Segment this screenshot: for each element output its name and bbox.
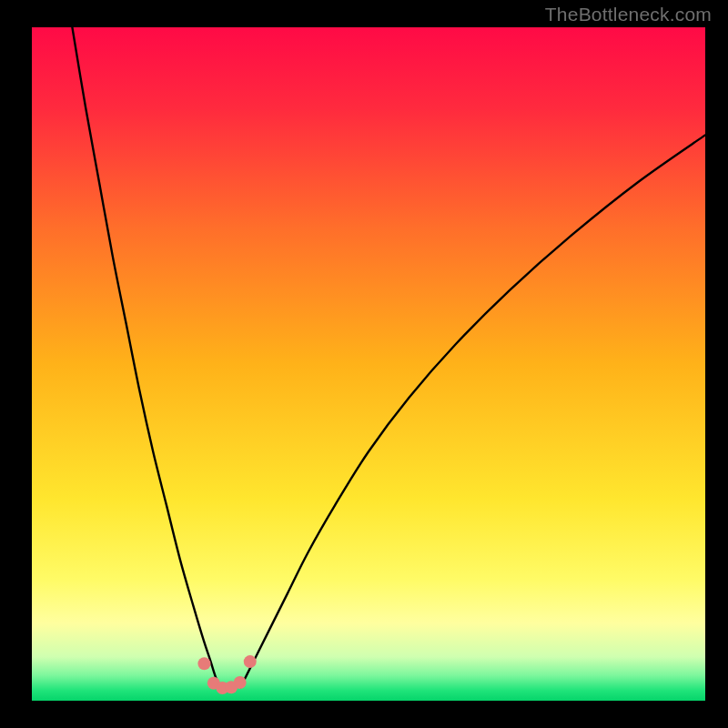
curve-right-branch bbox=[240, 135, 705, 687]
trough-marker bbox=[244, 655, 257, 668]
chart-frame: TheBottleneck.com bbox=[0, 0, 728, 728]
watermark-text: TheBottleneck.com bbox=[545, 4, 712, 25]
trough-marker bbox=[234, 676, 247, 689]
plot-area bbox=[32, 27, 705, 701]
curve-layer bbox=[32, 27, 705, 701]
curve-left-branch bbox=[72, 27, 220, 687]
trough-marker bbox=[197, 657, 210, 670]
